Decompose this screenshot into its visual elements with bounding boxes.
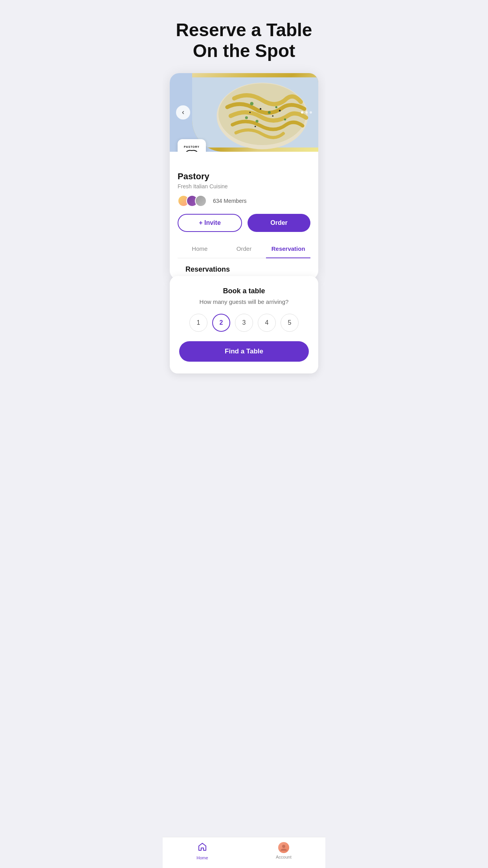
page-wrapper: Reserve a Table On the Spot	[163, 0, 325, 413]
svg-point-3	[250, 102, 253, 105]
logo-text: PASTORY	[184, 145, 200, 148]
guest-option-2[interactable]: 2	[212, 314, 230, 332]
svg-point-13	[255, 126, 256, 127]
svg-point-12	[279, 110, 281, 111]
image-dots	[301, 111, 312, 114]
guest-option-1[interactable]: 1	[189, 314, 207, 332]
members-row: 634 Members	[178, 195, 310, 207]
logo-icon	[185, 149, 199, 152]
restaurant-info: Pastory Fresh Italian Cuisine 634 Member…	[170, 152, 318, 280]
svg-point-11	[249, 112, 251, 113]
svg-point-6	[275, 106, 277, 108]
guest-option-5[interactable]: 5	[281, 314, 299, 332]
member-avatars	[178, 195, 204, 207]
back-button[interactable]: ‹	[176, 105, 190, 120]
guest-option-3[interactable]: 3	[235, 314, 253, 332]
avatar-3	[195, 195, 207, 207]
phone-card: ‹ PASTORY Pastory Fresh Italian Cu	[170, 73, 318, 280]
svg-point-9	[260, 108, 261, 110]
dot-2	[305, 111, 308, 114]
book-table-card: Book a table How many guests will be arr…	[170, 276, 318, 373]
reservations-title: Reservations	[185, 265, 303, 274]
book-subtitle: How many guests will be arriving?	[179, 298, 309, 305]
tab-home[interactable]: Home	[178, 240, 222, 258]
find-table-button[interactable]: Find a Table	[179, 341, 309, 362]
tab-order[interactable]: Order	[222, 240, 266, 258]
guest-option-4[interactable]: 4	[258, 314, 276, 332]
restaurant-logo: PASTORY	[178, 139, 206, 152]
dot-1	[301, 111, 303, 114]
invite-button[interactable]: + Invite	[178, 214, 242, 232]
svg-point-8	[284, 118, 286, 120]
action-buttons: + Invite Order	[178, 214, 310, 232]
restaurant-cuisine: Fresh Italian Cuisine	[178, 183, 310, 189]
guest-selector: 1 2 3 4 5	[179, 314, 309, 332]
tab-reservation[interactable]: Reservation	[266, 240, 310, 258]
book-title: Book a table	[179, 287, 309, 295]
svg-point-5	[255, 120, 258, 123]
svg-point-4	[268, 111, 270, 114]
dot-3	[310, 111, 312, 114]
nav-tabs: Home Order Reservation	[178, 240, 310, 258]
members-count: 634 Members	[213, 198, 247, 204]
restaurant-name: Pastory	[178, 171, 310, 182]
order-button[interactable]: Order	[248, 214, 310, 232]
food-image	[192, 73, 318, 152]
restaurant-hero: ‹ PASTORY	[170, 73, 318, 152]
svg-point-10	[272, 115, 273, 117]
hero-title: Reserve a Table On the Spot	[163, 0, 325, 73]
svg-point-7	[245, 116, 248, 119]
